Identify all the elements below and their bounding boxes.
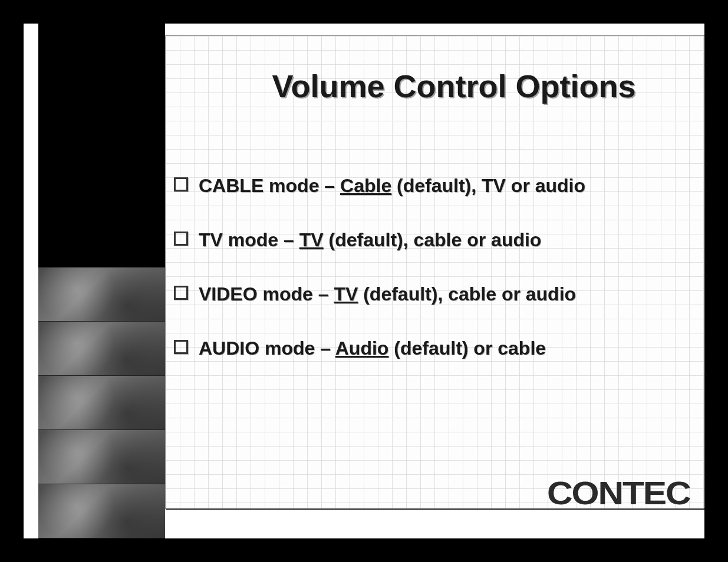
bullet-item: CABLE mode – Cable (default), TV or audi… [174, 174, 693, 197]
slide-title: Volume Control Options [206, 68, 701, 104]
sidebar-photo-5 [38, 484, 165, 538]
slide: Volume Control Options CABLE mode – Cabl… [24, 24, 704, 538]
brand-logo: CONTEC [547, 474, 690, 512]
checkbox-icon [174, 340, 188, 354]
bullet-text: CABLE mode – Cable (default), TV or audi… [199, 174, 693, 197]
checkbox-icon [174, 177, 188, 191]
bullet-text: VIDEO mode – TV (default), cable or audi… [199, 282, 693, 306]
bullet-item: VIDEO mode – TV (default), cable or audi… [174, 282, 693, 306]
checkbox-icon [174, 232, 188, 246]
bullet-list: CABLE mode – Cable (default), TV or audi… [174, 174, 693, 391]
sidebar-photo-2 [38, 322, 165, 376]
bullet-text: TV mode – TV (default), cable or audio [199, 228, 693, 252]
sidebar-image-strip [38, 267, 165, 538]
bullet-item: TV mode – TV (default), cable or audio [174, 228, 693, 252]
sidebar-photo-4 [38, 430, 165, 484]
sidebar-photo-3 [38, 376, 165, 430]
bullet-text: AUDIO mode – Audio (default) or cable [199, 336, 693, 360]
sidebar-photo-1 [38, 267, 165, 322]
checkbox-icon [174, 286, 188, 300]
bullet-item: AUDIO mode – Audio (default) or cable [174, 336, 693, 360]
